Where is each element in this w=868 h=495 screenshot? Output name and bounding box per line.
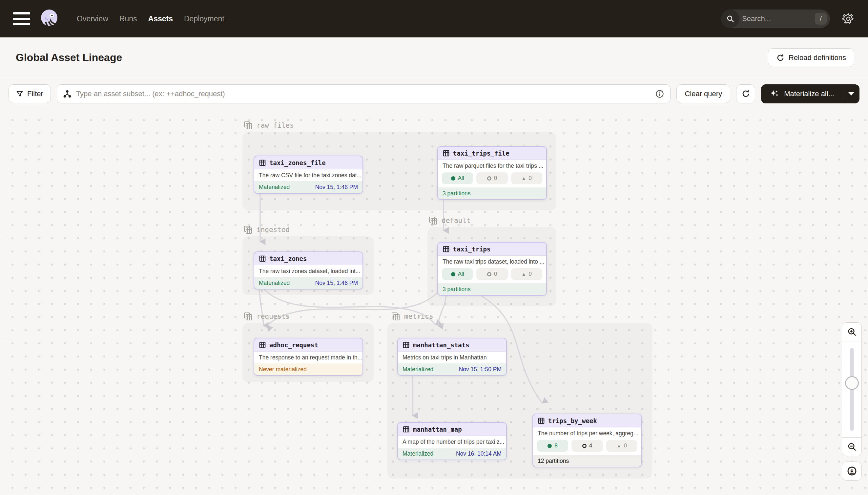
group-layers-icon <box>428 216 438 225</box>
asset-name: adhoc_request <box>269 341 318 348</box>
table-icon <box>443 245 450 253</box>
asset-description: The raw taxi zones dataset, loaded int..… <box>254 265 362 277</box>
filter-button[interactable]: Filter <box>8 84 51 103</box>
group-label-metrics[interactable]: metrics <box>391 312 433 321</box>
materialized-dot-icon <box>451 272 455 276</box>
nav-item-deployment[interactable]: Deployment <box>184 14 224 23</box>
settings-gear-icon[interactable] <box>841 12 855 26</box>
asset-node-trips-by-week[interactable]: trips_by_week The number of trips per we… <box>532 414 642 467</box>
dagster-logo[interactable] <box>39 8 60 30</box>
group-label-raw-files[interactable]: raw_files <box>243 121 294 130</box>
zoom-controls <box>842 322 862 456</box>
partitions-materialized-pill[interactable]: All <box>442 172 473 184</box>
asset-graph-icon <box>63 90 72 98</box>
partitions-materialized-pill[interactable]: All <box>442 268 473 280</box>
materialization-timestamp[interactable]: Nov 15, 1:46 PM <box>315 184 358 191</box>
table-icon <box>403 426 410 433</box>
asset-query-input[interactable]: Type an asset subset... (ex: ++adhoc_req… <box>57 84 671 103</box>
refresh-button[interactable] <box>736 84 755 103</box>
partitions-failed-pill[interactable]: 0 <box>476 268 508 280</box>
materialized-dot-icon <box>548 444 552 448</box>
search-placeholder: Search... <box>742 14 815 23</box>
partitions-count: 3 partitions <box>443 190 471 197</box>
partitions-missing-pill[interactable]: ▲0 <box>511 268 542 280</box>
hamburger-menu-icon[interactable] <box>13 12 30 25</box>
table-icon <box>259 255 266 262</box>
asset-node-taxi-trips-file[interactable]: taxi_trips_file The raw parquet files fo… <box>437 146 547 200</box>
asset-name: manhattan_map <box>413 426 462 433</box>
materialize-dropdown-caret[interactable] <box>843 84 860 103</box>
nav-item-assets[interactable]: Assets <box>148 14 173 23</box>
zoom-out-icon <box>847 442 857 452</box>
asset-name: taxi_zones <box>269 255 307 262</box>
asset-query-placeholder: Type an asset subset... (ex: ++adhoc_req… <box>76 90 651 98</box>
group-layers-icon <box>243 121 253 130</box>
zoom-in-icon <box>847 327 857 337</box>
status-badge: Materialized <box>403 366 433 373</box>
table-icon <box>259 159 266 167</box>
table-icon <box>403 341 410 348</box>
info-icon[interactable] <box>655 89 664 99</box>
asset-name: trips_by_week <box>548 417 597 424</box>
page-header: Global Asset Lineage Reload definitions <box>0 37 868 78</box>
asset-description: A map of the number of trips per taxi z.… <box>398 436 506 448</box>
failed-ring-icon <box>487 176 491 181</box>
failed-ring-icon <box>487 272 491 276</box>
missing-triangle-icon: ▲ <box>521 176 526 181</box>
partitions-count: 12 partitions <box>538 458 569 464</box>
asset-node-taxi-zones-file[interactable]: taxi_zones_file The raw CSV file for the… <box>253 156 363 194</box>
page-title: Global Asset Lineage <box>16 52 122 64</box>
asset-node-manhattan-map[interactable]: manhattan_map A map of the number of tri… <box>397 422 507 460</box>
asset-description: Metrics on taxi trips in Manhattan <box>398 352 506 363</box>
materialize-all-button[interactable]: Materialize all... <box>761 84 860 103</box>
status-badge: Materialized <box>403 450 433 457</box>
partitions-missing-pill[interactable]: ▲0 <box>511 172 542 184</box>
refresh-icon <box>741 89 750 98</box>
partitions-materialized-pill[interactable]: 8 <box>537 440 568 452</box>
download-image-button[interactable] <box>842 462 862 481</box>
asset-node-adhoc-request[interactable]: adhoc_request The response to an request… <box>253 338 363 376</box>
asset-node-taxi-zones[interactable]: taxi_zones The raw taxi zones dataset, l… <box>253 252 363 290</box>
asset-node-taxi-trips[interactable]: taxi_trips The raw taxi trips dataset, l… <box>437 242 547 296</box>
sparkle-icon <box>769 89 779 99</box>
asset-node-manhattan-stats[interactable]: manhattan_stats Metrics on taxi trips in… <box>397 338 507 376</box>
filter-funnel-icon <box>16 90 23 98</box>
group-layers-icon <box>243 312 253 321</box>
asset-name: taxi_trips <box>453 245 491 253</box>
lineage-toolbar: Filter Type an asset subset... (ex: ++ad… <box>0 79 868 109</box>
status-badge: Never materialized <box>259 366 307 373</box>
materialized-dot-icon <box>451 176 455 181</box>
zoom-slider-thumb[interactable] <box>845 376 859 390</box>
asset-name: taxi_zones_file <box>269 159 326 167</box>
primary-nav: Overview Runs Assets Deployment <box>77 14 224 23</box>
zoom-slider[interactable] <box>842 341 862 437</box>
reload-definitions-button[interactable]: Reload definitions <box>768 48 854 67</box>
asset-description: The number of trips per week, aggreg... <box>533 427 641 439</box>
asset-description: The raw CSV file for the taxi zones dat.… <box>254 169 362 181</box>
top-nav-bar: Overview Runs Assets Deployment Search..… <box>0 0 868 37</box>
partitions-failed-pill[interactable]: 0 <box>476 172 508 184</box>
search-icon <box>721 10 739 28</box>
search-shortcut-badge: / <box>815 13 827 24</box>
reload-icon <box>776 53 785 62</box>
group-layers-icon <box>243 225 253 234</box>
materialization-timestamp[interactable]: Nov 16, 10:14 AM <box>456 450 501 457</box>
zoom-in-button[interactable] <box>842 322 862 341</box>
nav-item-overview[interactable]: Overview <box>77 14 108 23</box>
group-label-default[interactable]: default <box>428 216 471 225</box>
search-input[interactable]: Search... / <box>721 10 830 28</box>
group-label-requests[interactable]: requests <box>243 312 290 321</box>
nav-item-runs[interactable]: Runs <box>119 14 137 23</box>
clear-query-button[interactable]: Clear query <box>676 84 730 103</box>
failed-ring-icon <box>582 444 587 448</box>
missing-triangle-icon: ▲ <box>617 443 621 448</box>
materialization-timestamp[interactable]: Nov 15, 1:50 PM <box>459 366 501 373</box>
materialization-timestamp[interactable]: Nov 15, 1:46 PM <box>315 280 358 287</box>
table-icon <box>538 417 545 424</box>
zoom-out-button[interactable] <box>842 437 862 456</box>
asset-description: The raw taxi trips dataset, loaded into … <box>438 256 546 268</box>
partitions-failed-pill[interactable]: 4 <box>571 440 603 452</box>
status-badge: Materialized <box>259 280 290 287</box>
group-label-ingested[interactable]: ingested <box>243 225 290 234</box>
partitions-missing-pill[interactable]: ▲0 <box>606 440 637 452</box>
